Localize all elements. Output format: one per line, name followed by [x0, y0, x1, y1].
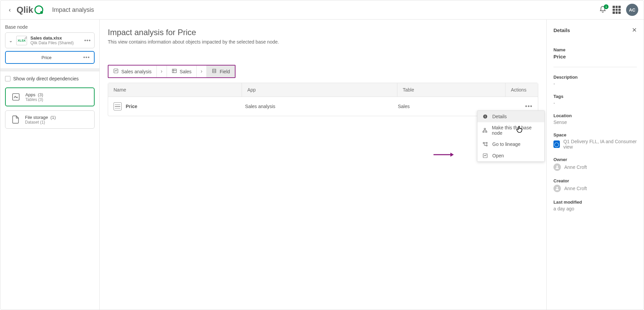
main-layout: Base node ⌄ XLSX Sales data.xlsx Qlik Da… — [0, 20, 644, 310]
file-more-button[interactable]: ••• — [84, 37, 91, 44]
th-app[interactable]: App — [242, 83, 397, 97]
svg-rect-14 — [486, 142, 487, 143]
checkbox-label: Show only direct dependencies — [13, 76, 79, 81]
chevron-down-icon[interactable]: ⌄ — [9, 38, 13, 43]
row-actions-button[interactable]: ••• — [525, 103, 532, 110]
td-name: Price — [108, 99, 240, 114]
user-avatar-icon — [553, 185, 561, 192]
chevron-right-icon: › — [157, 66, 167, 77]
menu-make-base[interactable]: Make this the base node — [477, 122, 544, 138]
impact-table: Name App Table Actions Price Sales analy… — [108, 83, 538, 116]
details-header: Details ✕ — [553, 26, 637, 34]
svg-rect-15 — [486, 145, 487, 146]
direct-deps-checkbox-row[interactable]: Show only direct dependencies — [5, 76, 95, 81]
th-name[interactable]: Name — [108, 83, 242, 97]
table-icon — [172, 68, 177, 75]
content-title: Impact analysis for Price — [108, 28, 538, 37]
table-row[interactable]: Price Sales analysis Sales ••• i Details… — [108, 97, 538, 116]
checkbox[interactable] — [5, 76, 10, 81]
table-header: Name App Table Actions — [108, 83, 538, 97]
back-button[interactable]: ‹ — [6, 6, 14, 14]
detail-description: Description - — [553, 75, 637, 86]
selected-field-card[interactable]: Price ••• — [5, 51, 95, 64]
file-card[interactable]: ⌄ XLSX Sales data.xlsx Qlik Data Files (… — [5, 32, 95, 48]
header-left: ‹ Qlik Impact analysis — [6, 5, 94, 15]
chevron-right-icon: › — [197, 66, 207, 77]
file-name: Sales data.xlsx — [30, 35, 81, 41]
detail-creator: Creator Anne Croft — [553, 178, 637, 192]
details-panel-title: Details — [553, 27, 570, 33]
breadcrumb-field[interactable]: Field — [207, 66, 234, 77]
sidebar: Base node ⌄ XLSX Sales data.xlsx Qlik Da… — [0, 20, 100, 310]
filter-storage-card[interactable]: File storage (1) Dataset (1) — [5, 110, 95, 129]
breadcrumb-sales-analysis[interactable]: Sales analysis — [108, 66, 157, 77]
open-icon — [482, 153, 488, 159]
chart-icon — [113, 68, 119, 75]
content-subtitle: This view contains information about obj… — [108, 39, 538, 45]
detail-owner: Owner Anne Croft — [553, 157, 637, 171]
sidebar-bottom: Show only direct dependencies Apps (3) T… — [0, 71, 99, 137]
xlsx-file-icon: XLSX — [16, 36, 27, 45]
sidebar-top: Base node ⌄ XLSX Sales data.xlsx Qlik Da… — [0, 20, 99, 64]
detail-space: Space ◯ Q1 Delivery FLL, IA and Consumer… — [553, 132, 637, 150]
user-avatar[interactable]: AC — [626, 4, 638, 16]
space-icon: ◯ — [553, 140, 560, 148]
context-menu: i Details Make this the base node Go to … — [477, 110, 545, 162]
annotation-arrow — [434, 152, 454, 158]
notification-badge: 1 — [604, 4, 609, 9]
filter-storage-sub: Dataset (1) — [25, 120, 90, 125]
td-actions: ••• i Details Make this the base node — [499, 100, 538, 113]
filter-info: File storage (1) Dataset (1) — [25, 115, 90, 125]
logo-circle-icon — [34, 5, 43, 14]
svg-rect-5 — [213, 69, 216, 73]
menu-lineage[interactable]: Go to lineage — [477, 138, 544, 150]
th-table[interactable]: Table — [397, 83, 505, 97]
breadcrumb: Sales analysis › Sales › Field — [108, 65, 236, 78]
info-icon: i — [482, 113, 488, 120]
logo-text: Qlik — [17, 5, 33, 15]
svg-marker-20 — [450, 153, 454, 157]
filter-info: Apps (3) Tables (3) — [25, 92, 89, 102]
filter-storage-title: File storage (1) — [25, 115, 90, 120]
apps-icon — [10, 92, 21, 102]
svg-rect-11 — [483, 131, 484, 132]
divider — [553, 67, 637, 67]
header-right: 1 AC — [599, 4, 638, 16]
td-app: Sales analysis — [240, 100, 392, 112]
selected-field-label: Price — [10, 55, 83, 60]
file-storage-icon — [10, 114, 21, 125]
qlik-logo[interactable]: Qlik — [17, 5, 43, 15]
detail-tags: Tags - — [553, 94, 637, 106]
svg-point-17 — [556, 165, 558, 167]
hierarchy-icon — [482, 127, 488, 133]
content-area: Impact analysis for Price This view cont… — [100, 20, 546, 310]
breadcrumb-sales[interactable]: Sales — [167, 66, 197, 77]
svg-rect-10 — [484, 128, 486, 129]
svg-text:i: i — [485, 115, 486, 118]
svg-rect-12 — [486, 131, 487, 132]
base-node-label: Base node — [5, 24, 95, 30]
filter-apps-sub: Tables (3) — [25, 97, 89, 102]
filter-apps-title: Apps (3) — [25, 92, 89, 97]
sidebar-divider — [0, 69, 99, 71]
field-icon — [114, 102, 122, 110]
filter-apps-card[interactable]: Apps (3) Tables (3) — [5, 87, 95, 106]
detail-location: Location Sense — [553, 113, 637, 125]
th-actions: Actions — [505, 83, 538, 97]
svg-point-18 — [556, 187, 558, 188]
detail-name: Name Price — [553, 47, 637, 59]
menu-open[interactable]: Open — [477, 150, 544, 161]
file-info: Sales data.xlsx Qlik Data Files (Shared) — [30, 35, 81, 45]
field-icon — [212, 68, 217, 75]
lineage-icon — [482, 141, 488, 147]
menu-details[interactable]: i Details — [477, 111, 544, 122]
field-more-button[interactable]: ••• — [83, 54, 90, 60]
close-button[interactable]: ✕ — [632, 26, 637, 34]
svg-rect-2 — [172, 69, 176, 73]
notification-icon[interactable]: 1 — [599, 6, 607, 14]
detail-modified: Last modified a day ago — [553, 200, 637, 211]
details-panel: Details ✕ Name Price Description - Tags … — [546, 20, 644, 310]
page-title: Impact analysis — [52, 6, 94, 14]
app-launcher-icon[interactable] — [613, 6, 621, 14]
user-avatar-icon — [553, 163, 561, 171]
